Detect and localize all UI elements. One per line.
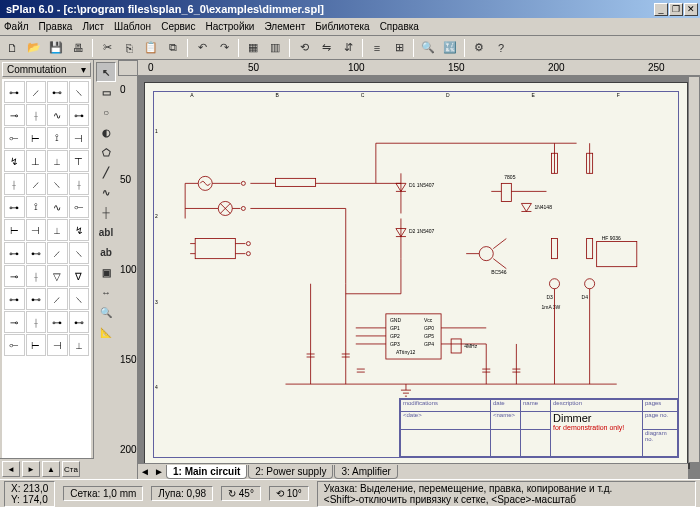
menu-edit[interactable]: Правка: [39, 21, 73, 32]
text-label-tool[interactable]: abl: [96, 222, 116, 242]
search-button[interactable]: 🔍: [418, 38, 438, 58]
symbol-item[interactable]: ∇: [69, 265, 90, 287]
symbol-item[interactable]: ⊢: [4, 219, 25, 241]
symbol-item[interactable]: ⊶: [4, 196, 25, 218]
copy-button[interactable]: ⎘: [119, 38, 139, 58]
symbol-item[interactable]: ⊸: [4, 265, 25, 287]
ungroup-button[interactable]: ▥: [265, 38, 285, 58]
symbol-item[interactable]: ⟊: [26, 265, 47, 287]
flip-v-button[interactable]: ⇵: [338, 38, 358, 58]
symbol-item[interactable]: ⊢: [26, 334, 47, 356]
redo-button[interactable]: ↷: [214, 38, 234, 58]
image-tool[interactable]: ▣: [96, 262, 116, 282]
new-button[interactable]: 🗋: [2, 38, 22, 58]
symbol-item[interactable]: ⊷: [69, 311, 90, 333]
menu-page[interactable]: Лист: [82, 21, 104, 32]
duplicate-button[interactable]: ⧉: [163, 38, 183, 58]
symbol-item[interactable]: ⟋: [26, 81, 47, 103]
symbol-item[interactable]: ⟋: [47, 242, 68, 264]
symbol-item[interactable]: ⊥: [26, 150, 47, 172]
page-tab[interactable]: 1: Main circuit: [166, 465, 247, 479]
scrollbar-vertical[interactable]: [688, 76, 700, 463]
pointer-tool[interactable]: ↖: [96, 62, 116, 82]
maximize-button[interactable]: ❐: [669, 3, 683, 16]
paste-button[interactable]: 📋: [141, 38, 161, 58]
menu-library[interactable]: Библиотека: [315, 21, 369, 32]
symbol-item[interactable]: ⊶: [69, 104, 90, 126]
symbol-item[interactable]: ⟜: [4, 334, 25, 356]
symbol-item[interactable]: ∿: [47, 104, 68, 126]
polygon-tool[interactable]: ⬠: [96, 142, 116, 162]
symbol-item[interactable]: ▽: [47, 265, 68, 287]
circle-tool[interactable]: ○: [96, 102, 116, 122]
lib-prev-button[interactable]: ◄: [2, 461, 20, 477]
symbol-item[interactable]: ⟜: [4, 127, 25, 149]
menu-help[interactable]: Справка: [380, 21, 419, 32]
menu-template[interactable]: Шаблон: [114, 21, 151, 32]
symbol-item[interactable]: ⊣: [69, 127, 90, 149]
bezier-tool[interactable]: ∿: [96, 182, 116, 202]
menu-service[interactable]: Сервис: [161, 21, 195, 32]
symbol-item[interactable]: ⊷: [47, 81, 68, 103]
print-button[interactable]: 🖶: [68, 38, 88, 58]
measure-tool[interactable]: 📐: [96, 322, 116, 342]
symbol-item[interactable]: ⊶: [4, 81, 25, 103]
canvas[interactable]: D1 1N5407 D2 1N5407 7805 BC546 ATtiny12 …: [138, 76, 700, 479]
symbol-item[interactable]: ↯: [4, 150, 25, 172]
tab-prev-button[interactable]: ◄: [138, 466, 152, 477]
distribute-button[interactable]: ⊞: [389, 38, 409, 58]
tab-next-button[interactable]: ►: [152, 466, 166, 477]
open-button[interactable]: 📂: [24, 38, 44, 58]
symbol-item[interactable]: ↯: [69, 219, 90, 241]
save-button[interactable]: 💾: [46, 38, 66, 58]
symbol-item[interactable]: ⊷: [26, 288, 47, 310]
symbol-item[interactable]: ⟍: [69, 288, 90, 310]
symbol-item[interactable]: ⟊: [69, 173, 90, 195]
page-tab[interactable]: 2: Power supply: [248, 465, 333, 479]
symbol-item[interactable]: ⊶: [4, 242, 25, 264]
symbol-item[interactable]: ⊤: [69, 150, 90, 172]
special-tool[interactable]: ◐: [96, 122, 116, 142]
symbol-item[interactable]: ⟟: [47, 127, 68, 149]
align-button[interactable]: ≡: [367, 38, 387, 58]
close-button[interactable]: ✕: [684, 3, 698, 16]
symbol-item[interactable]: ⊢: [26, 127, 47, 149]
page-tab[interactable]: 3: Amplifier: [334, 465, 397, 479]
symbol-item[interactable]: ⟊: [4, 173, 25, 195]
symbol-item[interactable]: ⟊: [26, 311, 47, 333]
symbol-item[interactable]: ⟍: [47, 173, 68, 195]
line-tool[interactable]: ╱: [96, 162, 116, 182]
components-button[interactable]: 🔣: [440, 38, 460, 58]
symbol-item[interactable]: ⊶: [47, 311, 68, 333]
zoom-tool[interactable]: 🔍: [96, 302, 116, 322]
flip-h-button[interactable]: ⇋: [316, 38, 336, 58]
symbol-item[interactable]: ⟋: [47, 288, 68, 310]
symbol-item[interactable]: ⟍: [69, 81, 90, 103]
symbol-item[interactable]: ∿: [47, 196, 68, 218]
lib-up-button[interactable]: ▲: [42, 461, 60, 477]
minimize-button[interactable]: _: [654, 3, 668, 16]
text-tool[interactable]: ab: [96, 242, 116, 262]
menu-file[interactable]: Файл: [4, 21, 29, 32]
cut-button[interactable]: ✂: [97, 38, 117, 58]
symbol-item[interactable]: ⟂: [69, 334, 90, 356]
symbol-item[interactable]: ⊣: [26, 219, 47, 241]
symbol-item[interactable]: ⊣: [47, 334, 68, 356]
lib-next-button[interactable]: ►: [22, 461, 40, 477]
symbol-item[interactable]: ⊸: [4, 311, 25, 333]
settings-button[interactable]: ⚙: [469, 38, 489, 58]
menu-settings[interactable]: Настройки: [205, 21, 254, 32]
rotate-button[interactable]: ⟲: [294, 38, 314, 58]
symbol-item[interactable]: ⟜: [69, 196, 90, 218]
menu-element[interactable]: Элемент: [264, 21, 305, 32]
help-button[interactable]: ?: [491, 38, 511, 58]
group-button[interactable]: ▦: [243, 38, 263, 58]
undo-button[interactable]: ↶: [192, 38, 212, 58]
library-category[interactable]: Commutation▾: [2, 62, 91, 77]
symbol-item[interactable]: ⟊: [26, 104, 47, 126]
node-tool[interactable]: ┼: [96, 202, 116, 222]
rectangle-tool[interactable]: ▭: [96, 82, 116, 102]
symbol-item[interactable]: ⊷: [26, 242, 47, 264]
symbol-item[interactable]: ⊶: [4, 288, 25, 310]
symbol-item[interactable]: ⟍: [69, 242, 90, 264]
